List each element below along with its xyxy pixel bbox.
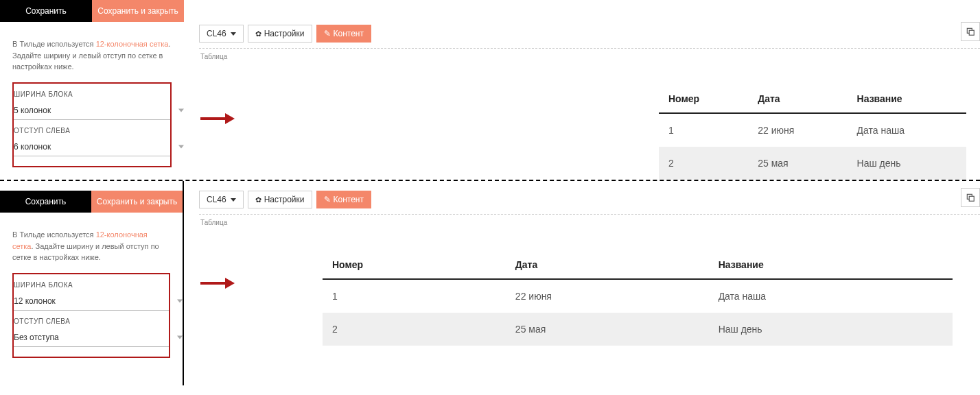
table-header-row: Номер Дата Название bbox=[323, 251, 953, 279]
block-toolbar: CL46 Настройки Контент bbox=[199, 25, 980, 49]
table-row: 2 25 мая Наш день bbox=[323, 313, 953, 346]
data-table: Номер Дата Название 1 22 июня Дата наша … bbox=[659, 85, 966, 180]
offset-label: ОТСТУП СЛЕВА bbox=[14, 318, 169, 325]
pencil-icon bbox=[324, 195, 331, 204]
width-label: ШИРИНА БЛОКА bbox=[14, 281, 169, 289]
col-name: Название bbox=[709, 251, 953, 279]
settings-highlight-box: ШИРИНА БЛОКА 12 колонок ОТСТУП СЛЕВА Без… bbox=[12, 273, 170, 358]
example-2: Сохранить Сохранить и закрыть В Тильде и… bbox=[0, 181, 980, 385]
copy-button[interactable] bbox=[961, 188, 980, 207]
block-type-label: Таблица bbox=[200, 219, 980, 226]
svg-rect-3 bbox=[969, 196, 974, 201]
chevron-down-icon bbox=[178, 109, 184, 112]
preview-area: CL46 Настройки Контент Таблица Номер Дат… bbox=[199, 0, 980, 180]
gear-icon bbox=[255, 195, 261, 204]
col-number: Номер bbox=[659, 85, 748, 113]
block-toolbar: CL46 Настройки Контент bbox=[199, 191, 980, 215]
settings-sidebar: Сохранить Сохранить и закрыть В Тильде и… bbox=[0, 181, 184, 385]
settings-button[interactable]: Настройки bbox=[248, 25, 312, 43]
table-row: 2 25 мая Наш день bbox=[659, 147, 966, 180]
chevron-down-icon bbox=[231, 198, 236, 202]
svg-rect-1 bbox=[969, 30, 974, 35]
sidebar-button-row: Сохранить Сохранить и закрыть bbox=[0, 0, 184, 22]
offset-select[interactable]: Без отступа bbox=[14, 329, 169, 347]
block-code-button[interactable]: CL46 bbox=[199, 25, 244, 43]
settings-button[interactable]: Настройки bbox=[248, 191, 312, 208]
width-select[interactable]: 5 колонок bbox=[14, 102, 170, 120]
save-button[interactable]: Сохранить bbox=[0, 191, 91, 213]
chevron-down-icon bbox=[177, 300, 183, 303]
gear-icon bbox=[255, 29, 261, 38]
settings-sidebar: Сохранить Сохранить и закрыть В Тильде и… bbox=[0, 0, 184, 174]
offset-select[interactable]: 6 колонок bbox=[14, 139, 170, 156]
table-row: 1 22 июня Дата наша bbox=[659, 113, 966, 147]
table-header-row: Номер Дата Название bbox=[659, 85, 966, 113]
copy-icon bbox=[966, 193, 975, 202]
data-table: Номер Дата Название 1 22 июня Дата наша … bbox=[323, 251, 953, 346]
width-select[interactable]: 12 колонок bbox=[14, 293, 169, 311]
table-row: 1 22 июня Дата наша bbox=[323, 279, 953, 313]
sidebar-button-row: Сохранить Сохранить и закрыть bbox=[0, 191, 183, 213]
content-button[interactable]: Контент bbox=[316, 191, 371, 208]
example-1: Сохранить Сохранить и закрыть В Тильде и… bbox=[0, 0, 980, 180]
grid-description: В Тильде используется 12-колоночная сетк… bbox=[12, 229, 170, 263]
data-table-wrapper: Номер Дата Название 1 22 июня Дата наша … bbox=[323, 251, 953, 346]
width-label: ШИРИНА БЛОКА bbox=[14, 91, 170, 98]
col-number: Номер bbox=[323, 251, 506, 279]
save-button[interactable]: Сохранить bbox=[0, 0, 92, 22]
col-name: Название bbox=[848, 85, 966, 113]
copy-icon bbox=[966, 27, 975, 36]
copy-button[interactable] bbox=[961, 22, 980, 41]
block-type-label: Таблица bbox=[200, 53, 980, 60]
col-date: Дата bbox=[748, 85, 847, 113]
chevron-down-icon bbox=[177, 336, 183, 339]
pencil-icon bbox=[324, 29, 331, 38]
chevron-down-icon bbox=[178, 145, 184, 149]
save-close-button[interactable]: Сохранить и закрыть bbox=[92, 0, 184, 22]
grid-description: В Тильде используется 12-колоночная сетк… bbox=[12, 38, 172, 73]
preview-area: CL46 Настройки Контент Таблица Номер Дат… bbox=[199, 181, 980, 346]
content-button[interactable]: Контент bbox=[316, 25, 371, 43]
offset-label: ОТСТУП СЛЕВА bbox=[14, 127, 170, 134]
settings-highlight-box: ШИРИНА БЛОКА 5 колонок ОТСТУП СЛЕВА 6 ко… bbox=[12, 82, 172, 167]
chevron-down-icon bbox=[231, 32, 236, 36]
data-table-wrapper: Номер Дата Название 1 22 июня Дата наша … bbox=[659, 85, 966, 180]
col-date: Дата bbox=[506, 251, 709, 279]
block-code-button[interactable]: CL46 bbox=[199, 191, 244, 208]
save-close-button[interactable]: Сохранить и закрыть bbox=[91, 191, 183, 213]
